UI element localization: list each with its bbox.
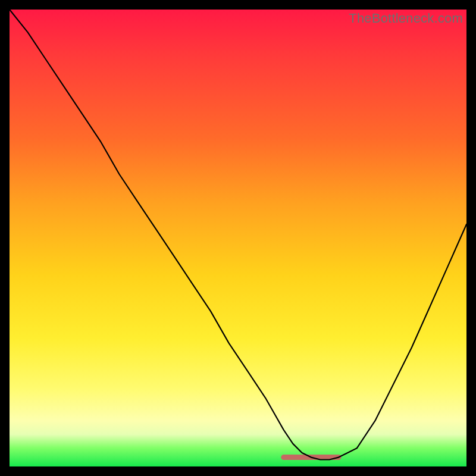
- chart-svg: [10, 10, 466, 466]
- chart-line: [10, 10, 466, 460]
- chart-plot-area: TheBottleneck.com: [10, 10, 466, 466]
- chart-frame: TheBottleneck.com: [10, 10, 466, 466]
